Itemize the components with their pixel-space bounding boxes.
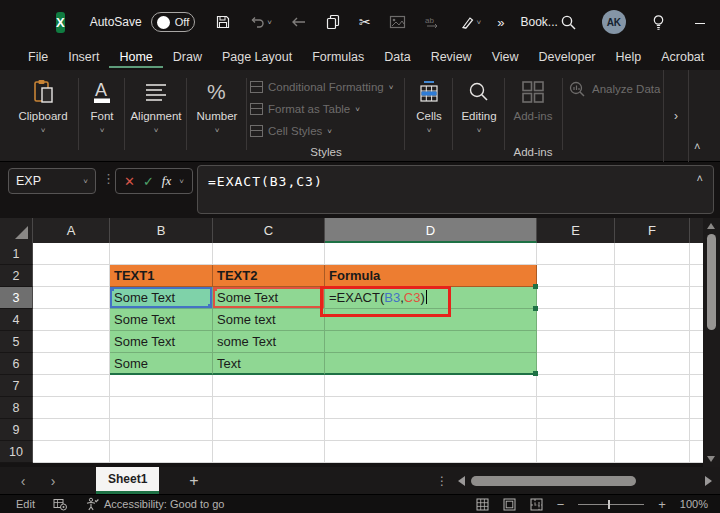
cell-D6[interactable] [325, 353, 537, 375]
cell-B4[interactable]: Some Text [110, 309, 213, 331]
normal-view-button[interactable] [476, 498, 489, 511]
redo-arrow-button[interactable] [288, 13, 309, 31]
accessibility-checker-button[interactable] [85, 497, 99, 511]
menu-tab-file[interactable]: File [18, 46, 58, 68]
cell-E9[interactable] [537, 419, 615, 441]
ribbon-group-alignment[interactable]: Alignment ˅ [126, 76, 186, 135]
confirm-entry-button[interactable]: ✓ [143, 174, 154, 189]
menu-tab-insert[interactable]: Insert [58, 46, 109, 68]
autosave-toggle[interactable]: Off [151, 12, 195, 32]
cell-E10[interactable] [537, 441, 615, 463]
cell-E2[interactable] [537, 265, 615, 287]
cell-F9[interactable] [615, 419, 690, 441]
cell-A10[interactable] [33, 441, 110, 463]
ribbon-group-number[interactable]: % Number ˅ [188, 76, 246, 135]
menu-tab-help[interactable]: Help [606, 46, 652, 68]
cell-F2[interactable] [615, 265, 690, 287]
cell-C7[interactable] [213, 375, 325, 397]
conditional-formatting-button[interactable]: Conditional Formatting ˅ [250, 76, 402, 98]
sheet-tab-sheet1[interactable]: Sheet1 [96, 467, 159, 494]
cell-C8[interactable] [213, 397, 325, 419]
cell-C10[interactable] [213, 441, 325, 463]
row-header-6[interactable]: 6 [0, 353, 33, 375]
cell-E3[interactable] [537, 287, 615, 309]
cell-E7[interactable] [537, 375, 615, 397]
ribbon-scroll-right-button[interactable]: › [664, 70, 688, 162]
sheet-nav-left-chevron[interactable]: ‹ [8, 473, 38, 489]
lightbulb-button[interactable] [649, 12, 668, 33]
cell-A2[interactable] [33, 265, 110, 287]
scroll-down-arrow[interactable] [707, 456, 715, 462]
vertical-scrollbar-thumb[interactable] [707, 234, 716, 330]
menu-tab-view[interactable]: View [482, 46, 529, 68]
name-box[interactable]: EXP ˅ [8, 168, 96, 194]
cell-D4[interactable] [325, 309, 537, 331]
row-header-8[interactable]: 8 [0, 397, 33, 419]
cell-F6[interactable] [615, 353, 690, 375]
cell-E6[interactable] [537, 353, 615, 375]
cell-F1[interactable] [615, 243, 690, 265]
sheet-nav-right-chevron[interactable]: › [38, 473, 68, 489]
find-replace-button[interactable]: ab [422, 13, 444, 32]
zoom-in-button[interactable]: + [658, 497, 666, 512]
select-all-corner[interactable] [0, 218, 33, 243]
add-sheet-button[interactable]: + [189, 472, 198, 490]
cell-C5[interactable]: some Text [213, 331, 325, 353]
zoom-out-button[interactable]: − [557, 497, 565, 512]
cell-A7[interactable] [33, 375, 110, 397]
cell-D2[interactable]: Formula [325, 265, 537, 287]
cell-G7-partial[interactable] [690, 375, 703, 397]
cell-A1[interactable] [33, 243, 110, 265]
zoom-slider-thumb[interactable] [608, 500, 610, 509]
cell-C2[interactable]: TEXT2 [213, 265, 325, 287]
cell-F7[interactable] [615, 375, 690, 397]
toolbar-overflow-chevron[interactable]: » [497, 15, 504, 30]
column-header-C[interactable]: C [213, 218, 325, 243]
row-header-2[interactable]: 2 [0, 265, 33, 287]
cell-A5[interactable] [33, 331, 110, 353]
cell-A3[interactable] [33, 287, 110, 309]
scroll-up-arrow[interactable] [707, 223, 715, 229]
cell-A4[interactable] [33, 309, 110, 331]
zoom-level[interactable]: 100% [680, 498, 708, 510]
cell-F10[interactable] [615, 441, 690, 463]
format-as-table-button[interactable]: Format as Table ˅ [250, 98, 402, 120]
cell-styles-button[interactable]: Cell Styles ˅ [250, 120, 402, 142]
row-header-3[interactable]: 3 [0, 287, 33, 309]
cell-C6[interactable]: Text [213, 353, 325, 375]
menu-tab-formulas[interactable]: Formulas [302, 46, 374, 68]
cell-G3-partial[interactable] [690, 287, 703, 309]
collapse-formula-bar-chevron[interactable]: ˄ [697, 172, 703, 184]
cell-D3[interactable]: =EXACT(B3,C3) [325, 287, 537, 309]
cell-D5[interactable] [325, 331, 537, 353]
macro-record-button[interactable] [53, 498, 67, 511]
paste-picture-button[interactable] [387, 13, 408, 31]
cut-button[interactable]: ✂ [357, 12, 373, 32]
cell-G4-partial[interactable] [690, 309, 703, 331]
column-header-F[interactable]: F [615, 218, 690, 243]
row-header-10[interactable]: 10 [0, 441, 33, 463]
cell-C3[interactable]: Some Text [213, 287, 325, 309]
cell-F3[interactable] [615, 287, 690, 309]
save-button[interactable] [213, 12, 233, 32]
cell-A8[interactable] [33, 397, 110, 419]
menu-tab-review[interactable]: Review [421, 46, 482, 68]
cell-F5[interactable] [615, 331, 690, 353]
minimize-button[interactable] [691, 14, 709, 30]
cell-D8[interactable] [325, 397, 537, 419]
cell-E4[interactable] [537, 309, 615, 331]
search-button[interactable] [558, 12, 579, 33]
cell-A9[interactable] [33, 419, 110, 441]
formula-input[interactable]: =EXACT(B3,C3) ˄ [197, 165, 714, 214]
menu-tab-page-layout[interactable]: Page Layout [212, 46, 302, 68]
ink-button[interactable]: ˅ [458, 13, 484, 32]
account-avatar[interactable]: AK [602, 10, 626, 34]
insert-function-button[interactable]: fx [162, 173, 171, 189]
cell-C1[interactable] [213, 243, 325, 265]
column-header-B[interactable]: B [110, 218, 213, 243]
cell-D9[interactable] [325, 419, 537, 441]
cell-G10-partial[interactable] [690, 441, 703, 463]
formula-bar-resize-handle[interactable]: ⋮ [102, 171, 115, 186]
column-header-D[interactable]: D [325, 218, 537, 243]
menu-tab-draw[interactable]: Draw [163, 46, 212, 68]
